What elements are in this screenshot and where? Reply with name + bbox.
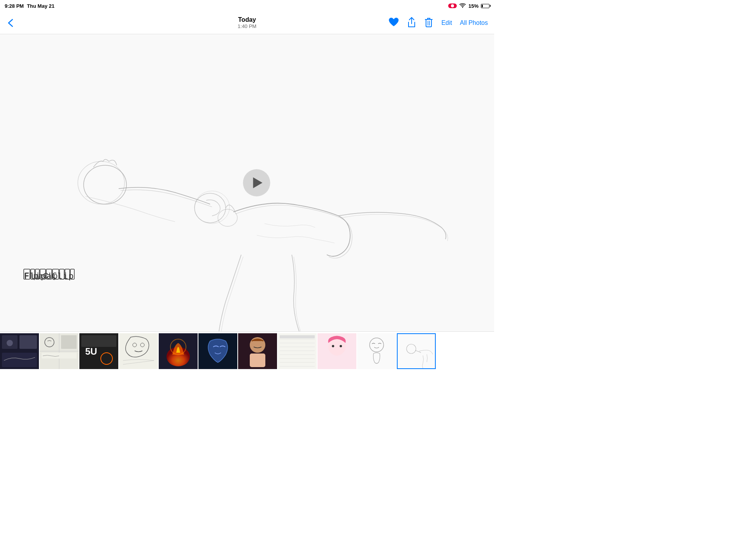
battery-percent: 15%: [468, 3, 479, 9]
favorite-button[interactable]: [388, 17, 399, 29]
nav-title-block: Today 1:40 PM: [238, 16, 256, 29]
svg-rect-55: [357, 333, 396, 369]
watermark: FlipaClip FlipaClip: [23, 267, 86, 285]
play-icon: [253, 177, 262, 188]
battery-fill: [482, 5, 483, 7]
filmstrip: 5U: [0, 331, 494, 370]
svg-text:5U: 5U: [85, 346, 97, 357]
svg-point-20: [7, 340, 13, 346]
all-photos-button[interactable]: All Photos: [460, 19, 488, 26]
svg-rect-50: [280, 335, 315, 338]
svg-rect-57: [398, 334, 436, 369]
sketch-area: FlipaClip FlipaClip: [0, 34, 494, 331]
svg-text:FlipaClip: FlipaClip: [24, 271, 58, 280]
svg-point-4: [218, 209, 237, 226]
wifi-icon: [459, 3, 466, 9]
nav-title: Today: [238, 16, 256, 23]
svg-point-3: [195, 191, 230, 224]
svg-point-53: [332, 345, 334, 347]
date-display: Thu May 21: [27, 3, 54, 9]
flipa-clip-logo: FlipaClip FlipaClip: [23, 267, 86, 283]
svg-point-54: [340, 345, 342, 347]
svg-rect-19: [2, 353, 37, 367]
svg-rect-31: [119, 333, 158, 369]
back-button[interactable]: [6, 17, 15, 29]
main-content: FlipaClip FlipaClip: [0, 34, 494, 331]
status-left: 9:28 PM Thu May 21: [5, 3, 54, 9]
svg-rect-29: [81, 335, 116, 347]
status-right: 15%: [448, 3, 489, 9]
filmstrip-item-selected[interactable]: [397, 333, 436, 369]
filmstrip-item[interactable]: [357, 333, 396, 369]
svg-rect-25: [61, 335, 77, 349]
delete-button[interactable]: [424, 17, 433, 29]
play-button[interactable]: [243, 169, 270, 196]
record-indicator: [448, 4, 457, 8]
nav-subtitle: 1:40 PM: [238, 23, 256, 29]
svg-rect-26: [42, 353, 77, 359]
filmstrip-item[interactable]: [119, 333, 158, 369]
filmstrip-item[interactable]: [0, 333, 39, 369]
filmstrip-item[interactable]: [159, 333, 198, 369]
svg-rect-40: [250, 354, 265, 367]
filmstrip-item[interactable]: [238, 333, 277, 369]
filmstrip-item[interactable]: [40, 333, 79, 369]
filmstrip-item[interactable]: [198, 333, 237, 369]
time-display: 9:28 PM: [5, 3, 24, 9]
share-button[interactable]: [407, 17, 416, 29]
battery-icon: [481, 4, 489, 8]
nav-actions: Edit All Photos: [388, 17, 488, 29]
navigation-bar: Today 1:40 PM Edi: [0, 12, 494, 34]
svg-rect-41: [278, 333, 317, 369]
filmstrip-item[interactable]: 5U: [79, 333, 118, 369]
filmstrip-item[interactable]: [317, 333, 356, 369]
edit-button[interactable]: Edit: [441, 19, 452, 26]
svg-rect-18: [19, 335, 37, 349]
svg-point-1: [78, 161, 124, 204]
status-bar: 9:28 PM Thu May 21 15%: [0, 0, 494, 12]
svg-point-0: [84, 165, 126, 204]
filmstrip-item[interactable]: [278, 333, 317, 369]
